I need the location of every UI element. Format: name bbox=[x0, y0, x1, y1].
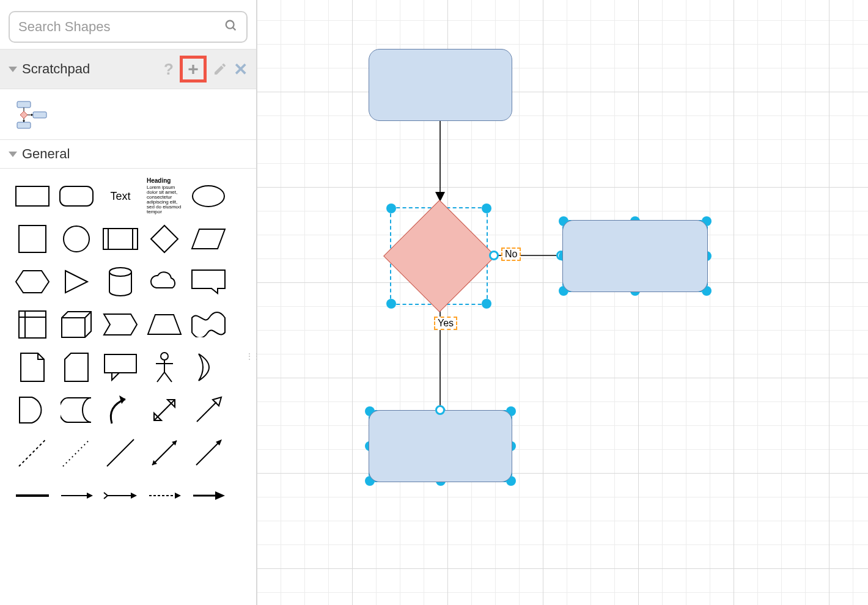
shape-process[interactable] bbox=[101, 220, 139, 258]
shape-text[interactable]: Text bbox=[101, 177, 139, 215]
scratchpad-help-button[interactable]: ? bbox=[164, 60, 174, 79]
scratchpad-edit-button[interactable] bbox=[213, 62, 227, 76]
scratchpad-close-button[interactable]: ✕ bbox=[234, 59, 248, 79]
shape-tape[interactable] bbox=[189, 306, 227, 343]
scratchpad-body bbox=[0, 89, 256, 139]
shape-dotted-line[interactable] bbox=[57, 434, 95, 472]
svg-line-45 bbox=[63, 439, 90, 466]
svg-rect-11 bbox=[16, 186, 49, 206]
edge-label-right[interactable]: No bbox=[501, 248, 521, 261]
shape-cylinder[interactable] bbox=[101, 263, 139, 301]
svg-marker-29 bbox=[104, 314, 137, 335]
svg-marker-20 bbox=[192, 229, 225, 249]
svg-line-50 bbox=[196, 442, 219, 465]
svg-point-33 bbox=[161, 353, 168, 360]
svg-marker-54 bbox=[87, 493, 93, 499]
shape-hexagon[interactable] bbox=[13, 263, 51, 301]
scratchpad-title: Scratchpad bbox=[22, 61, 90, 77]
shape-connector-3[interactable] bbox=[145, 477, 183, 515]
general-title: General bbox=[22, 146, 70, 162]
shape-triangle[interactable] bbox=[57, 263, 95, 301]
shape-connector-2[interactable] bbox=[101, 477, 139, 515]
edges-layer bbox=[257, 0, 868, 605]
shape-cube[interactable] bbox=[57, 306, 95, 343]
svg-line-36 bbox=[157, 372, 164, 382]
svg-marker-22 bbox=[65, 271, 87, 293]
svg-line-42 bbox=[197, 402, 216, 422]
svg-marker-58 bbox=[131, 493, 137, 499]
shape-line-arrow[interactable] bbox=[189, 434, 227, 472]
general-section-header[interactable]: General bbox=[0, 139, 256, 169]
shape-curve-arrow[interactable] bbox=[101, 391, 139, 429]
svg-line-44 bbox=[19, 439, 46, 466]
svg-rect-12 bbox=[60, 186, 93, 206]
svg-point-23 bbox=[109, 268, 131, 276]
flow-node-right[interactable] bbox=[562, 220, 708, 292]
svg-rect-10 bbox=[17, 122, 31, 128]
svg-rect-2 bbox=[17, 101, 31, 108]
shape-callout[interactable] bbox=[101, 348, 139, 386]
svg-rect-7 bbox=[33, 112, 46, 118]
shape-circle[interactable] bbox=[57, 220, 95, 258]
shape-arrow[interactable] bbox=[189, 391, 227, 429]
svg-marker-62 bbox=[215, 491, 225, 500]
shape-note[interactable] bbox=[13, 348, 51, 386]
svg-marker-30 bbox=[148, 315, 181, 334]
shapes-sidebar: Scratchpad ? + ✕ bbox=[0, 0, 257, 605]
search-shapes-field[interactable] bbox=[9, 11, 248, 43]
edge-label-down[interactable]: Yes bbox=[434, 317, 457, 330]
shape-data-storage[interactable] bbox=[57, 391, 95, 429]
collapse-caret-icon bbox=[9, 152, 17, 157]
shape-rounded-rectangle[interactable] bbox=[57, 177, 95, 215]
svg-line-56 bbox=[104, 493, 108, 496]
shape-connector-4[interactable] bbox=[189, 477, 227, 515]
diagram-canvas[interactable]: No Yes bbox=[257, 0, 868, 605]
svg-marker-19 bbox=[151, 226, 178, 252]
shape-step[interactable] bbox=[101, 306, 139, 343]
shape-link-solid[interactable] bbox=[13, 477, 51, 515]
shape-parallelogram[interactable] bbox=[189, 220, 227, 258]
edge-source-handle[interactable] bbox=[489, 251, 499, 260]
scratchpad-section-header[interactable]: Scratchpad ? + ✕ bbox=[0, 49, 256, 89]
search-icon bbox=[224, 19, 238, 35]
svg-rect-31 bbox=[105, 354, 136, 373]
shape-trapezoid[interactable] bbox=[145, 306, 183, 343]
shape-palette: Text HeadingLorem ipsum dolor sit amet, … bbox=[0, 169, 256, 527]
svg-line-39 bbox=[154, 400, 175, 420]
shape-or[interactable] bbox=[189, 348, 227, 386]
shape-line[interactable] bbox=[101, 434, 139, 472]
shape-heading-text[interactable]: HeadingLorem ipsum dolor sit amet, conse… bbox=[145, 177, 183, 215]
svg-point-0 bbox=[226, 21, 234, 29]
svg-marker-21 bbox=[16, 271, 49, 293]
flow-node-decision[interactable] bbox=[394, 210, 485, 302]
shape-rectangle[interactable] bbox=[13, 177, 51, 215]
shape-diamond[interactable] bbox=[145, 220, 183, 258]
shape-actor[interactable] bbox=[145, 348, 183, 386]
shape-square[interactable] bbox=[13, 220, 51, 258]
search-shapes-input[interactable] bbox=[18, 19, 224, 35]
shape-ellipse[interactable] bbox=[189, 177, 227, 215]
shape-and[interactable] bbox=[13, 391, 51, 429]
shape-card[interactable] bbox=[57, 348, 95, 386]
collapse-caret-icon bbox=[9, 67, 17, 72]
svg-line-1 bbox=[233, 28, 236, 31]
svg-marker-32 bbox=[112, 373, 119, 380]
svg-line-37 bbox=[164, 372, 172, 382]
shape-callout-rect[interactable] bbox=[189, 263, 227, 301]
svg-point-13 bbox=[193, 186, 224, 207]
shape-dashed-line[interactable] bbox=[13, 434, 51, 472]
shape-connector-1[interactable] bbox=[57, 477, 95, 515]
shape-bidirectional-arrow[interactable] bbox=[145, 391, 183, 429]
shape-internal-storage[interactable] bbox=[13, 306, 51, 343]
flow-node-bottom[interactable] bbox=[369, 410, 512, 482]
svg-rect-24 bbox=[19, 311, 46, 338]
edge-target-handle[interactable] bbox=[435, 405, 445, 415]
scratchpad-add-button[interactable]: + bbox=[180, 56, 207, 82]
svg-point-15 bbox=[64, 226, 89, 252]
shape-line-bidir-arrow[interactable] bbox=[145, 434, 183, 472]
shape-cloud[interactable] bbox=[145, 263, 183, 301]
svg-line-46 bbox=[107, 439, 134, 466]
svg-rect-14 bbox=[19, 226, 46, 252]
scratchpad-item-flowchart[interactable] bbox=[13, 100, 49, 131]
svg-marker-60 bbox=[175, 493, 181, 499]
